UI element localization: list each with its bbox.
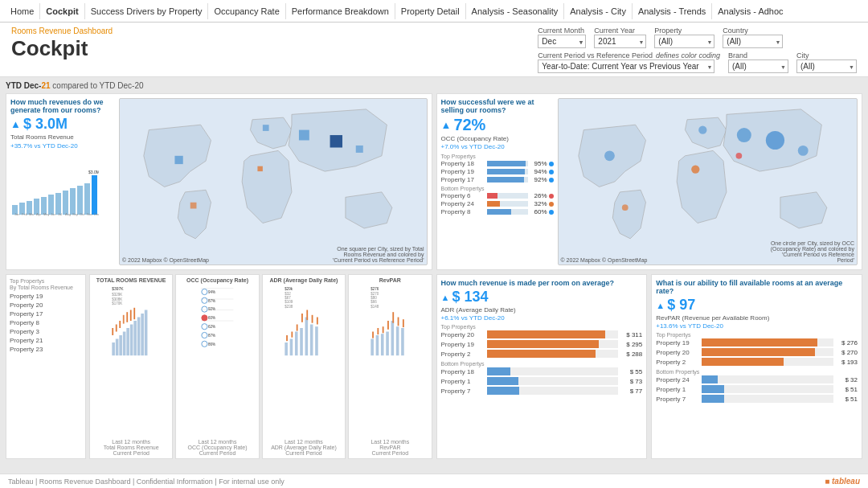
prop-list-item-8: Property 8 (10, 319, 82, 326)
occ-bot-prop-8: Property 8 60% (441, 208, 554, 215)
svg-text:87%: 87% (208, 334, 215, 338)
occ-rate-vs: +7.0% vs YTD Dec-20 (441, 143, 554, 150)
nav-success-drivers[interactable]: Success Drivers by Property (85, 3, 209, 19)
svg-text:94%: 94% (208, 290, 215, 294)
occ-rate-panel: How successful were we at selling our ro… (436, 93, 863, 270)
svg-rect-91 (301, 314, 303, 322)
header-filters: Current Month Dec ▼ Current Year 2021 ▼ (538, 27, 857, 73)
mini-revpar-chart: $276 $270 $80 $66 $148 (351, 285, 428, 357)
svg-rect-105 (396, 326, 399, 355)
current-month-filter: Current Month Dec ▼ (538, 27, 586, 48)
adr-label: ADR (Average Daily Rate) (441, 306, 643, 314)
adr-top-20: Property 20 $ 311 (441, 330, 643, 338)
property-list-panel: Top Propertys By Total Rooms Revenue Pro… (6, 274, 86, 459)
revpar-panel: What is our ability to fill available ro… (651, 274, 862, 459)
ytd-label: YTD Dec-21 compared to YTD Dec-20 (6, 81, 862, 90)
nav-cockpit[interactable]: Cockpit (40, 3, 84, 19)
svg-rect-54 (119, 321, 121, 328)
svg-text:Aug: Aug (65, 212, 71, 216)
svg-rect-109 (383, 326, 384, 333)
svg-rect-10 (84, 183, 90, 215)
rooms-revenue-chart: $3.0M Jan Feb Mar Apr May Jun Jul Aug Se… (10, 153, 99, 217)
svg-text:86%: 86% (208, 342, 215, 347)
country-select[interactable]: (All) (723, 35, 783, 48)
svg-rect-88 (286, 335, 288, 341)
svg-point-35 (698, 125, 706, 133)
map-note-rooms: One square per City, sized by Total Room… (328, 246, 424, 263)
revpar-top-20: Property 20 $ 270 (656, 348, 858, 356)
svg-text:Nov: Nov (87, 212, 92, 216)
mini-rooms-chart: $397K $329K $308K $170K (92, 285, 170, 357)
prop-list-item-3: Property 3 (10, 328, 82, 335)
current-year-select[interactable]: 2021 (594, 35, 646, 48)
adr-top-2: Property 2 $ 288 (441, 350, 643, 358)
brand-select[interactable]: (All) (728, 59, 788, 73)
svg-text:Apr: Apr (36, 212, 42, 216)
revpar-bot-1: Property 1 $ 51 (656, 385, 858, 393)
svg-point-39 (691, 165, 699, 173)
nav-analysis-city[interactable]: Analysis - City (564, 3, 633, 19)
svg-rect-56 (126, 312, 128, 322)
svg-point-75 (202, 324, 207, 330)
svg-rect-107 (372, 332, 374, 338)
nav-performance[interactable]: Performance Breakdown (286, 3, 395, 19)
svg-text:60%: 60% (208, 316, 215, 320)
svg-text:$109: $109 (285, 300, 293, 304)
adr-vs: +6.1% vs YTD Dec-20 (441, 314, 643, 322)
svg-rect-47 (130, 325, 133, 356)
svg-text:$67: $67 (285, 296, 291, 300)
svg-rect-57 (130, 310, 132, 322)
svg-point-77 (202, 332, 207, 338)
svg-rect-81 (285, 342, 288, 355)
svg-rect-32 (190, 203, 197, 209)
revpar-top-19: Property 19 $ 276 (656, 338, 858, 347)
svg-rect-51 (145, 310, 148, 356)
svg-text:Mar: Mar (29, 212, 35, 216)
svg-text:Jun: Jun (51, 212, 55, 216)
svg-text:Jan: Jan (14, 212, 19, 216)
svg-rect-6 (55, 193, 61, 215)
adr-bot-18: Property 18 $ 55 (441, 367, 643, 375)
city-filter: City (All) ▼ (796, 51, 857, 73)
rooms-revenue-title: How much revenues do we generate from ou… (10, 98, 115, 114)
svg-rect-7 (63, 191, 68, 215)
svg-point-41 (735, 153, 742, 159)
property-select[interactable]: (All) (654, 35, 714, 48)
svg-point-37 (765, 131, 784, 150)
nav-analysis-trends[interactable]: Analysis - Trends (633, 3, 712, 19)
svg-rect-30 (356, 146, 363, 153)
prop-list-item-19: Property 19 (10, 293, 82, 300)
map-credit-occ: © 2022 Mapbox © OpenStreetMap (561, 257, 648, 263)
ref-period-select[interactable]: Year-to-Date: Current Year vs Previous Y… (538, 59, 714, 73)
occ-bot-prop-24: Property 24 32% (441, 200, 554, 207)
city-select[interactable]: (All) (796, 59, 857, 73)
mini-revpar: RevPAR (348, 274, 432, 459)
svg-rect-86 (310, 325, 313, 356)
property-filter: Property (All) ▼ (654, 27, 714, 48)
svg-rect-55 (123, 315, 125, 324)
nav-property-detail[interactable]: Property Detail (395, 3, 466, 19)
svg-rect-28 (299, 130, 309, 141)
svg-point-73 (202, 315, 207, 321)
page-title: Cockpit (11, 36, 113, 61)
nav-analysis-seasonality[interactable]: Analysis - Seasonality (466, 3, 565, 19)
nav-home[interactable]: Home (5, 3, 40, 19)
svg-rect-103 (386, 332, 389, 356)
current-month-select[interactable]: Dec (538, 35, 586, 48)
svg-text:$276: $276 (371, 287, 379, 291)
prop-list-item-23: Property 23 (10, 346, 82, 353)
mini-occ-chart: 94% 87% 92% 60% 62% 87% 86 (178, 285, 256, 357)
svg-rect-8 (70, 188, 76, 215)
adr-panel-title: How much revenue is made per room on ave… (441, 279, 643, 287)
svg-text:92%: 92% (208, 307, 215, 311)
svg-rect-49 (137, 318, 141, 356)
revpar-label: RevPAR (Revenue per Available Room) (656, 314, 858, 322)
map-note-occ: One circle per City, sized by OCC (Occup… (766, 240, 854, 263)
svg-text:May: May (43, 212, 50, 216)
svg-rect-48 (133, 321, 137, 355)
svg-rect-29 (330, 135, 342, 147)
nav-analysis-adhoc[interactable]: Analysis - Adhoc (712, 3, 788, 19)
top-nav: Home Cockpit Success Drivers by Property… (0, 0, 868, 23)
nav-occupancy-rate[interactable]: Occupancy Rate (208, 3, 285, 19)
svg-text:$170K: $170K (112, 301, 122, 306)
